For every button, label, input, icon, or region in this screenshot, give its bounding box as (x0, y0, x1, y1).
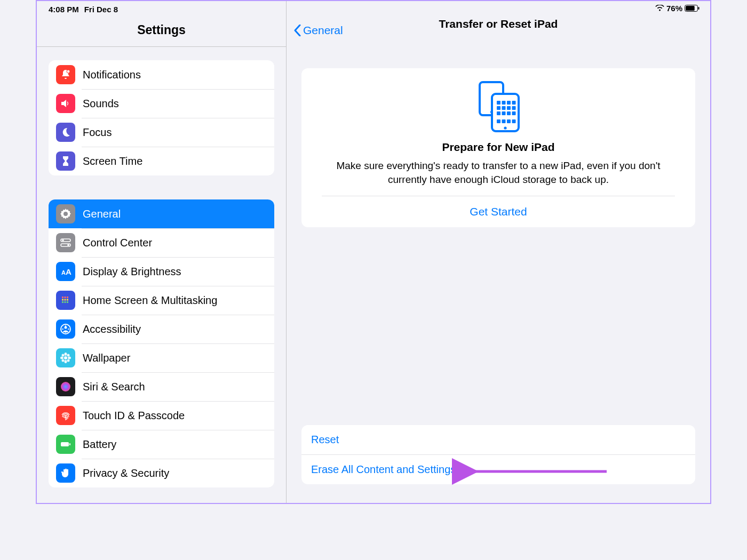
sidebar-item-sounds[interactable]: Sounds (49, 89, 274, 118)
sidebar-item-display[interactable]: AADisplay & Brightness (49, 257, 274, 286)
svg-rect-50 (497, 119, 500, 123)
svg-rect-11 (62, 299, 63, 301)
siri-icon (56, 377, 75, 396)
sidebar-item-label: Privacy & Security (83, 467, 169, 479)
speaker-icon (56, 94, 75, 113)
svg-point-4 (67, 244, 69, 246)
svg-rect-53 (512, 119, 516, 123)
svg-rect-43 (502, 106, 506, 110)
grid-icon (56, 291, 75, 310)
svg-rect-45 (512, 106, 516, 110)
svg-point-27 (67, 359, 70, 362)
sidebar-item-label: Battery (83, 438, 116, 451)
svg-rect-16 (67, 301, 68, 303)
sidebar-item-notifications[interactable]: Notifications (49, 60, 274, 89)
svg-point-24 (62, 354, 65, 357)
svg-point-19 (64, 356, 67, 359)
svg-rect-13 (67, 299, 68, 301)
sidebar-item-battery[interactable]: Battery (49, 430, 274, 459)
svg-rect-39 (502, 101, 506, 105)
prepare-subtitle: Make sure everything's ready to transfer… (322, 159, 675, 186)
svg-rect-51 (502, 119, 506, 123)
sidebar-item-label: Control Center (83, 237, 152, 249)
get-started-button[interactable]: Get Started (301, 196, 695, 227)
devices-icon (322, 81, 675, 134)
svg-point-21 (65, 360, 67, 363)
sidebar-item-controlcenter[interactable]: Control Center (49, 228, 274, 257)
svg-point-0 (67, 70, 70, 73)
sidebar-item-label: Screen Time (83, 155, 142, 167)
gear-icon (56, 204, 75, 223)
svg-text:A: A (66, 267, 71, 276)
sidebar-item-label: Sounds (83, 98, 119, 110)
prepare-title: Prepare for New iPad (322, 141, 675, 154)
svg-rect-14 (62, 301, 63, 303)
switches-icon (56, 233, 75, 252)
sidebar-title: Settings (37, 14, 286, 47)
svg-rect-41 (512, 101, 516, 105)
reset-options-group: ResetErase All Content and Settings (301, 425, 695, 484)
svg-point-25 (67, 354, 70, 357)
detail-header: General Transfer or Reset iPad (287, 1, 710, 47)
sidebar-item-accessibility[interactable]: Accessibility (49, 315, 274, 343)
sidebar-group: NotificationsSoundsFocusScreen Time (49, 60, 274, 175)
sidebar-item-homescreen[interactable]: Home Screen & Multitasking (49, 286, 274, 315)
sidebar-item-label: Focus (83, 126, 112, 139)
chevron-left-icon (294, 25, 301, 36)
sidebar-item-general[interactable]: General (49, 199, 274, 228)
bell-icon (56, 65, 75, 84)
svg-rect-47 (502, 111, 506, 115)
svg-point-23 (68, 357, 71, 359)
flower-icon (56, 348, 75, 367)
hand-icon (56, 463, 75, 483)
sidebar-item-siri[interactable]: Siri & Search (49, 372, 274, 401)
svg-rect-52 (507, 119, 511, 123)
sidebar-item-label: Display & Brightness (83, 266, 181, 278)
sidebar-item-focus[interactable]: Focus (49, 118, 274, 147)
sidebar: 4:08 PM Fri Dec 8 Settings Notifications… (37, 1, 287, 503)
status-bar-left: 4:08 PM Fri Dec 8 (37, 1, 286, 14)
svg-rect-9 (65, 297, 66, 298)
svg-point-2 (62, 239, 64, 242)
sidebar-item-privacy[interactable]: Privacy & Security (49, 459, 274, 487)
hourglass-icon (56, 151, 75, 171)
reset-button[interactable]: Reset (301, 425, 695, 454)
sidebar-item-touchid[interactable]: Touch ID & Passcode (49, 401, 274, 430)
svg-rect-30 (69, 443, 70, 445)
svg-rect-8 (62, 297, 63, 298)
sidebar-item-label: Siri & Search (83, 381, 145, 393)
sidebar-item-label: Touch ID & Passcode (83, 410, 185, 422)
back-button[interactable]: General (294, 24, 343, 37)
sidebar-item-label: Wallpaper (83, 352, 130, 364)
fingerprint-icon (56, 406, 75, 425)
svg-rect-49 (512, 111, 516, 115)
sidebar-group: GeneralControl CenterAADisplay & Brightn… (49, 199, 274, 487)
svg-rect-10 (67, 297, 68, 298)
back-label: General (303, 24, 343, 37)
battery-icon (56, 435, 75, 454)
sidebar-item-wallpaper[interactable]: Wallpaper (49, 343, 274, 372)
svg-point-26 (62, 359, 65, 362)
sidebar-item-screentime[interactable]: Screen Time (49, 147, 274, 175)
detail-pane: 76% General Transfer or Reset iPad (287, 1, 710, 503)
svg-point-20 (65, 353, 67, 356)
status-date: Fri Dec 8 (84, 5, 118, 14)
svg-rect-38 (497, 101, 500, 105)
sidebar-item-label: General (83, 208, 121, 220)
status-time: 4:08 PM (49, 5, 79, 14)
sidebar-item-label: Notifications (83, 69, 141, 81)
svg-rect-15 (65, 301, 66, 303)
svg-point-28 (61, 382, 70, 391)
prepare-card: Prepare for New iPad Make sure everythin… (301, 68, 695, 227)
detail-title: Transfer or Reset iPad (439, 18, 558, 30)
svg-point-22 (60, 357, 63, 359)
svg-text:A: A (61, 269, 66, 276)
sidebar-item-label: Home Screen & Multitasking (83, 294, 217, 307)
erase-button[interactable]: Erase All Content and Settings (301, 454, 695, 484)
svg-rect-42 (497, 106, 500, 110)
svg-rect-44 (507, 106, 511, 110)
svg-point-37 (504, 126, 506, 129)
moon-icon (56, 123, 75, 142)
svg-rect-46 (497, 111, 500, 115)
svg-rect-48 (507, 111, 511, 115)
